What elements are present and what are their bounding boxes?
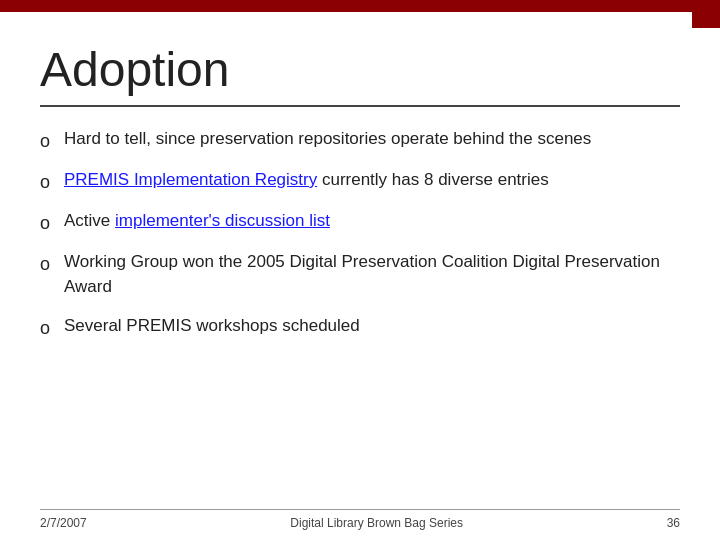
top-bar [0,0,720,12]
bullet-list: o Hard to tell, since preservation repos… [40,127,680,341]
bullet-text-1: Hard to tell, since preservation reposit… [64,127,680,152]
bullet-marker: o [40,314,64,341]
footer-page: 36 [667,516,680,530]
list-item: o Several PREMIS workshops scheduled [40,314,680,341]
slide-title: Adoption [40,42,680,97]
bullet-marker: o [40,127,64,154]
bullet-marker: o [40,168,64,195]
implementer-list-link[interactable]: implementer's discussion list [115,211,330,230]
slide-content: Adoption o Hard to tell, since preservat… [0,12,720,540]
list-item: o Hard to tell, since preservation repos… [40,127,680,154]
footer-date: 2/7/2007 [40,516,87,530]
bullet-marker: o [40,209,64,236]
title-divider [40,105,680,107]
list-item: o Working Group won the 2005 Digital Pre… [40,250,680,299]
footer-center: Digital Library Brown Bag Series [290,516,463,530]
bullet-text-4: Working Group won the 2005 Digital Prese… [64,250,680,299]
bullet-text-2: PREMIS Implementation Registry currently… [64,168,680,193]
bullet-marker: o [40,250,64,277]
bullet-text-5: Several PREMIS workshops scheduled [64,314,680,339]
premis-registry-link[interactable]: PREMIS Implementation Registry [64,170,317,189]
list-item: o PREMIS Implementation Registry current… [40,168,680,195]
bullet-text-3: Active implementer's discussion list [64,209,680,234]
list-item: o Active implementer's discussion list [40,209,680,236]
slide-footer: 2/7/2007 Digital Library Brown Bag Serie… [40,509,680,530]
